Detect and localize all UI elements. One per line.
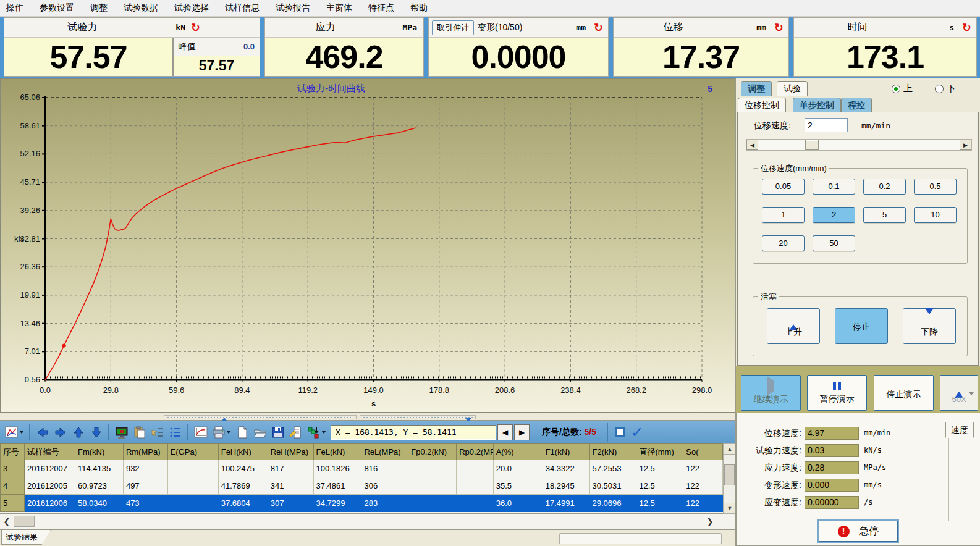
- tab-单步控制[interactable]: 单步控制: [793, 98, 841, 112]
- radio-上[interactable]: 上: [892, 83, 913, 94]
- demo-停止演示-button[interactable]: 停止演示: [874, 375, 934, 411]
- demo-继续演示-button[interactable]: 继续演示: [741, 375, 801, 411]
- graph-icon[interactable]: [192, 424, 209, 441]
- slider-right-icon[interactable]: ▶: [960, 140, 971, 150]
- menu-item-试样信息[interactable]: 试样信息: [225, 2, 260, 14]
- table-cell[interactable]: 60.9723: [75, 477, 123, 495]
- table-cell[interactable]: [167, 495, 218, 512]
- column-header-F2(kN)[interactable]: F2(kN): [589, 444, 636, 460]
- column-header-A(%)[interactable]: A(%): [493, 444, 543, 460]
- table-cell[interactable]: [408, 495, 457, 512]
- column-header-Rp0.2(MPa)[interactable]: Rp0.2(MPa): [457, 444, 493, 460]
- table-cell[interactable]: 12.5: [636, 495, 683, 512]
- column-header-直径(mm)[interactable]: 直径(mm): [636, 444, 683, 460]
- menu-item-操作[interactable]: 操作: [6, 2, 23, 14]
- column-header-F1(kN)[interactable]: F1(kN): [543, 444, 589, 460]
- slider-thumb[interactable]: [805, 140, 819, 150]
- menu-item-特征点[interactable]: 特征点: [368, 2, 394, 14]
- table-cell[interactable]: 37.6804: [218, 495, 268, 512]
- table-cell[interactable]: 497: [123, 477, 167, 495]
- dropdown-arrow-icon[interactable]: [321, 430, 326, 434]
- table-cell[interactable]: 18.2945: [543, 477, 589, 495]
- confirm-check-icon[interactable]: ✓: [631, 426, 643, 439]
- table-row[interactable]: 420161200560.972349741.786934137.4861306…: [1, 477, 723, 495]
- table-cell[interactable]: 20.0: [493, 460, 543, 477]
- arrow-down-icon[interactable]: [87, 424, 105, 441]
- table-cell[interactable]: 37.4861: [313, 477, 361, 495]
- paste-icon[interactable]: [130, 424, 148, 441]
- tab-调整[interactable]: 调整: [741, 81, 772, 96]
- scroll-left-icon[interactable]: ❮: [0, 514, 14, 528]
- table-cell[interactable]: 5: [1, 495, 25, 512]
- table-cell[interactable]: 12.5: [636, 460, 683, 477]
- extensometer-button[interactable]: 取引伸计: [432, 20, 474, 35]
- speed-preset-0.05[interactable]: 0.05: [762, 178, 805, 195]
- list-icon[interactable]: [166, 424, 184, 441]
- scroll-right-icon[interactable]: ❯: [703, 514, 717, 528]
- table-cell[interactable]: 34.7299: [313, 495, 361, 512]
- table-row[interactable]: 520161200658.034047337.680430734.7299283…: [1, 495, 723, 512]
- menu-item-试验数据[interactable]: 试验数据: [124, 2, 158, 14]
- speed-preset-10[interactable]: 10: [914, 207, 957, 223]
- new-file-icon[interactable]: [233, 424, 251, 441]
- speed-preset-2[interactable]: 2: [813, 207, 855, 223]
- column-header-试样编号[interactable]: 试样编号: [24, 444, 75, 460]
- table-cell[interactable]: 36.0: [493, 495, 543, 512]
- piston-下降-button[interactable]: 下降: [903, 308, 956, 344]
- refresh-icon[interactable]: ↻: [191, 22, 200, 33]
- splitter-handle[interactable]: [360, 415, 476, 419]
- table-cell[interactable]: [408, 477, 457, 495]
- table-cell[interactable]: 30.5031: [589, 477, 636, 495]
- speed-input[interactable]: [805, 118, 848, 132]
- menu-item-帮助[interactable]: 帮助: [410, 2, 428, 14]
- report-icon[interactable]: [287, 424, 305, 441]
- table-cell[interactable]: 41.7869: [218, 477, 268, 495]
- table-cell[interactable]: 3: [1, 460, 25, 477]
- column-header-E(GPa)[interactable]: E(GPa): [167, 444, 218, 460]
- speed-preset-50[interactable]: 50: [813, 235, 855, 251]
- tab-位移控制[interactable]: 位移控制: [738, 98, 786, 112]
- column-header-序号[interactable]: 序号: [1, 444, 25, 460]
- piston-停止-button[interactable]: 停止: [835, 308, 888, 344]
- arrow-left-icon[interactable]: [33, 424, 51, 441]
- tab-试验[interactable]: 试验: [777, 81, 808, 96]
- table-cell[interactable]: 201612007: [24, 460, 75, 477]
- table-cell[interactable]: 58.0340: [75, 495, 123, 512]
- printer-icon[interactable]: [209, 424, 227, 441]
- column-header-FeH(kN)[interactable]: FeH(kN): [218, 444, 268, 460]
- table-cell[interactable]: 57.2553: [589, 460, 636, 477]
- speed-preset-0.2[interactable]: 0.2: [863, 178, 906, 195]
- column-header-Fp0.2(kN)[interactable]: Fp0.2(kN): [408, 444, 457, 460]
- arrow-up-icon[interactable]: [69, 424, 87, 441]
- piston-上升-button[interactable]: 上升: [767, 308, 820, 344]
- speed-preset-5[interactable]: 5: [863, 207, 906, 223]
- table-cell[interactable]: 283: [361, 495, 408, 512]
- table-cell[interactable]: 307: [268, 495, 313, 512]
- column-header-FeL(kN)[interactable]: FeL(kN): [313, 444, 361, 460]
- dropdown-arrow-icon[interactable]: [226, 430, 231, 434]
- dropdown-arrow-icon[interactable]: [19, 430, 24, 434]
- speed-preset-0.5[interactable]: 0.5: [914, 178, 957, 195]
- table-cell[interactable]: [457, 495, 493, 512]
- open-folder-icon[interactable]: [251, 424, 269, 441]
- splitter-handle[interactable]: [164, 415, 357, 419]
- table-cell[interactable]: 932: [123, 460, 167, 477]
- table-cell[interactable]: 306: [361, 477, 408, 495]
- arrow-right-icon[interactable]: [51, 424, 69, 441]
- tab-程控[interactable]: 程控: [841, 98, 872, 112]
- menu-item-试验选择[interactable]: 试验选择: [174, 2, 209, 14]
- curve-select-icon[interactable]: [2, 424, 20, 441]
- table-cell[interactable]: 473: [123, 495, 167, 512]
- table-cell[interactable]: 4: [1, 477, 25, 495]
- refresh-icon[interactable]: ↻: [774, 22, 784, 33]
- table-cell[interactable]: [457, 477, 493, 495]
- menu-item-试验报告[interactable]: 试验报告: [276, 2, 310, 14]
- slider-left-icon[interactable]: ◀: [746, 140, 758, 150]
- next-point-button[interactable]: ▶: [514, 424, 530, 440]
- column-header-ReL(MPa)[interactable]: ReL(MPa): [361, 444, 408, 460]
- speed-slider[interactable]: ◀ ▶: [746, 139, 972, 151]
- column-header-Rm(MPa)[interactable]: Rm(MPa): [123, 444, 167, 460]
- column-header-ReH(MPa)[interactable]: ReH(MPa): [268, 444, 313, 460]
- demo-50X-button[interactable]: 50X: [940, 375, 978, 411]
- speed-preset-1[interactable]: 1: [762, 207, 805, 223]
